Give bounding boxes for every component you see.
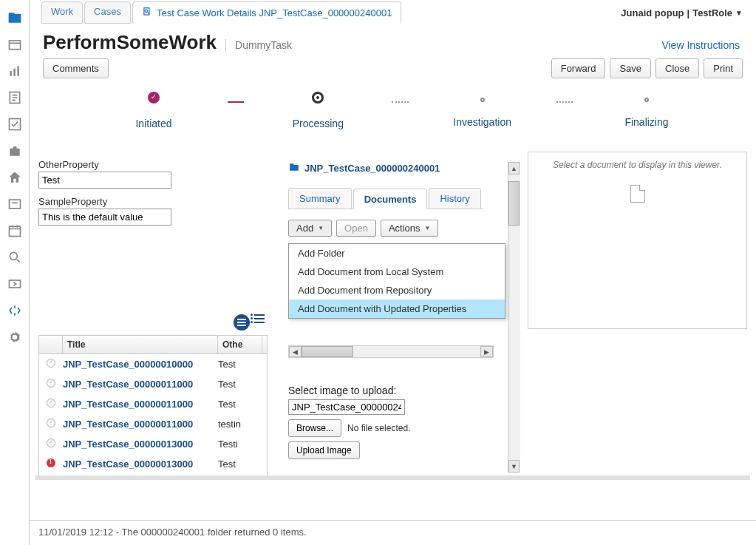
row-title[interactable]: JNP_TestCase_00000011000 xyxy=(63,399,218,410)
chart-icon[interactable] xyxy=(0,58,30,84)
recycle-icon[interactable] xyxy=(0,297,30,324)
status-bar: 11/01/2019 12:12 - The 000000240001 fold… xyxy=(30,520,756,545)
svg-rect-2 xyxy=(13,69,16,76)
row-title[interactable]: JNP_TestCase_00000011000 xyxy=(63,419,218,430)
status-ok-icon xyxy=(47,379,55,387)
archive-icon[interactable] xyxy=(0,31,30,58)
browse-button[interactable]: Browse... xyxy=(288,419,341,437)
case-grid: Title Othe JNP_TestCase_00000010000TestJ… xyxy=(38,335,268,480)
mid-hscroll[interactable]: ◀ ▶ xyxy=(288,345,494,358)
page-subtitle: DummyTask xyxy=(225,39,292,51)
row-title[interactable]: JNP_TestCase_00000013000 xyxy=(63,439,218,450)
svg-rect-6 xyxy=(10,200,21,209)
calendar-icon[interactable] xyxy=(0,217,30,244)
stage-finalizing: Finalizing xyxy=(573,94,721,128)
sidebar xyxy=(0,0,30,545)
row-title[interactable]: JNP_TestCase_00000013000 xyxy=(63,458,218,470)
scroll-up-icon[interactable]: ▲ xyxy=(508,162,520,175)
row-title[interactable]: JNP_TestCase_00000011000 xyxy=(63,379,218,390)
upload-image-button[interactable]: Upload Image xyxy=(288,441,360,459)
svg-rect-9 xyxy=(10,280,21,288)
print-button[interactable]: Print xyxy=(704,58,743,78)
scroll-right-icon[interactable]: ▶ xyxy=(480,346,493,357)
other-property-input[interactable] xyxy=(38,172,171,189)
dd-add-updated[interactable]: Add Document with Updated Properties xyxy=(289,299,505,318)
tab-active-label: Test Case Work Details JNP_TestCase_0000… xyxy=(157,7,392,18)
comments-button[interactable]: Comments xyxy=(43,58,109,78)
row-other: Test xyxy=(218,379,262,390)
left-pane: OtherProperty SampleProperty Title Othe … xyxy=(38,152,282,477)
view-toggle xyxy=(38,314,268,331)
briefcase-icon[interactable] xyxy=(0,138,30,164)
row-other: testin xyxy=(218,419,262,430)
svg-rect-7 xyxy=(10,226,21,236)
table-row[interactable]: JNP_TestCase_00000011000Test xyxy=(39,394,267,414)
view-instructions-link[interactable]: View Instructions xyxy=(661,39,743,51)
add-button[interactable]: Add xyxy=(288,220,332,237)
detail-view-icon[interactable] xyxy=(234,314,250,331)
check-icon[interactable] xyxy=(0,111,30,138)
work-body: OtherProperty SampleProperty Title Othe … xyxy=(35,152,750,477)
node-future-icon xyxy=(644,98,649,102)
actions-button[interactable]: Actions xyxy=(381,220,439,237)
table-row[interactable]: JNP_TestCase_00000010000Test xyxy=(39,354,267,374)
svg-point-8 xyxy=(10,252,17,260)
table-row[interactable]: JNP_TestCase_00000013000Test xyxy=(39,454,267,474)
mid-vscroll[interactable]: ▲ ▼ xyxy=(508,162,520,473)
table-row[interactable]: JNP_TestCase_00000013000Testi xyxy=(39,434,267,454)
row-other: Test xyxy=(218,458,262,470)
node-current-icon xyxy=(312,92,324,104)
folder-icon[interactable] xyxy=(0,4,30,31)
subtab-documents[interactable]: Documents xyxy=(353,189,428,209)
node-done-icon xyxy=(148,92,160,104)
list-icon[interactable] xyxy=(0,191,30,217)
progress-bar: Initiated Processing Investigation Final… xyxy=(35,92,750,152)
forward-button[interactable]: Forward xyxy=(551,58,606,78)
other-property-label: OtherProperty xyxy=(38,159,268,170)
save-button[interactable]: Save xyxy=(610,58,651,78)
tab-bar: Work Cases Test Case Work Details JNP_Te… xyxy=(35,1,750,24)
grid-header: Title Othe xyxy=(39,336,267,354)
status-ok-icon xyxy=(47,439,55,447)
forward-icon[interactable] xyxy=(0,271,30,297)
closed-folder-icon xyxy=(288,162,300,175)
subtab-summary[interactable]: Summary xyxy=(288,188,352,209)
sample-property-label: SampleProperty xyxy=(38,196,268,207)
list-view-icon[interactable] xyxy=(254,314,265,331)
scroll-down-icon[interactable]: ▼ xyxy=(508,460,520,473)
dd-add-local[interactable]: Add Document from Local System xyxy=(289,263,505,281)
search-icon[interactable] xyxy=(0,244,30,271)
user-bar[interactable]: Junaid popup | TestRole ▼ xyxy=(613,1,750,24)
scroll-thumb[interactable] xyxy=(508,181,520,226)
svg-point-11 xyxy=(145,10,148,13)
table-row[interactable]: JNP_TestCase_00000011000Test xyxy=(39,374,267,394)
magnifier-doc-icon xyxy=(142,7,152,19)
content-hscroll[interactable] xyxy=(35,475,750,480)
sample-property-input[interactable] xyxy=(38,209,171,226)
title-row: PerformSomeWork DummyTask View Instructi… xyxy=(35,24,750,58)
close-button[interactable]: Close xyxy=(655,58,699,78)
tab-active[interactable]: Test Case Work Details JNP_TestCase_0000… xyxy=(132,1,401,24)
row-title[interactable]: JNP_TestCase_00000010000 xyxy=(63,359,218,370)
row-other: Test xyxy=(218,399,262,410)
table-row[interactable]: JNP_TestCase_00000011000testin xyxy=(39,414,267,434)
gear-icon[interactable] xyxy=(0,324,30,351)
scroll-left-icon[interactable]: ◀ xyxy=(289,346,302,357)
row-other: Testi xyxy=(218,439,262,450)
add-dropdown: Add Folder Add Document from Local Syste… xyxy=(288,243,505,319)
col-other[interactable]: Othe xyxy=(218,336,262,353)
folder-name[interactable]: JNP_TestCase_000000240001 xyxy=(304,163,440,174)
subtab-history[interactable]: History xyxy=(429,188,480,209)
upload-name-input[interactable] xyxy=(288,399,405,415)
tab-cases[interactable]: Cases xyxy=(84,1,131,24)
col-title[interactable]: Title xyxy=(63,336,218,353)
dd-add-folder[interactable]: Add Folder xyxy=(289,244,505,263)
home-icon[interactable] xyxy=(0,164,30,191)
document-icon[interactable] xyxy=(0,84,30,111)
sub-tabs: Summary Documents History xyxy=(288,188,483,209)
tab-work[interactable]: Work xyxy=(41,1,83,24)
svg-rect-0 xyxy=(10,41,21,50)
scroll-thumb[interactable] xyxy=(302,346,353,357)
folder-row: JNP_TestCase_000000240001 xyxy=(288,162,511,175)
dd-add-repo[interactable]: Add Document from Repository xyxy=(289,281,505,299)
